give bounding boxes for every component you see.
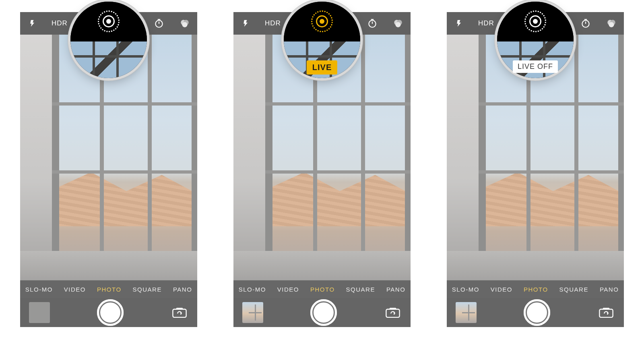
- camera-top-toolbar: HDR: [447, 12, 624, 35]
- mode-square[interactable]: SQUARE: [559, 286, 588, 293]
- phone-screen-3: HDR: [447, 12, 624, 327]
- mode-slo-mo[interactable]: SLO-MO: [239, 286, 266, 293]
- svg-point-5: [369, 20, 376, 27]
- hdr-toggle[interactable]: HDR: [52, 19, 68, 27]
- switch-camera-icon[interactable]: [597, 305, 615, 320]
- camera-bottom-toolbar: [233, 298, 411, 327]
- phone-screen-1: HDR: [20, 12, 197, 327]
- flash-icon[interactable]: [26, 17, 39, 30]
- mode-photo[interactable]: PHOTO: [97, 286, 122, 293]
- svg-point-8: [396, 22, 401, 27]
- live-badge: LIVE: [307, 60, 337, 75]
- hdr-toggle[interactable]: HDR: [478, 19, 494, 27]
- filters-icon[interactable]: [391, 17, 405, 30]
- camera-top-toolbar: HDR: [20, 12, 197, 35]
- timer-icon[interactable]: [579, 17, 592, 30]
- mode-slo-mo[interactable]: SLO-MO: [25, 286, 53, 293]
- live-off-badge: LIVE OFF: [513, 60, 558, 73]
- camera-top-toolbar: HDR: [233, 12, 411, 35]
- phone-screen-2: HDR: [233, 12, 411, 327]
- camera-bottom-toolbar: [20, 298, 197, 327]
- timer-icon[interactable]: [152, 17, 166, 30]
- svg-point-3: [182, 22, 188, 27]
- mode-video[interactable]: VIDEO: [277, 286, 299, 293]
- mode-photo[interactable]: PHOTO: [310, 286, 335, 293]
- camera-mode-selector[interactable]: SLO-MO VIDEO PHOTO SQUARE PANO: [20, 280, 197, 298]
- switch-camera-icon[interactable]: [171, 305, 188, 320]
- shutter-button[interactable]: [524, 299, 550, 326]
- last-photo-thumbnail[interactable]: [242, 302, 263, 323]
- camera-mode-selector[interactable]: SLO-MO VIDEO PHOTO SQUARE PANO: [233, 280, 411, 298]
- hdr-toggle[interactable]: HDR: [265, 19, 281, 27]
- mode-video[interactable]: VIDEO: [64, 286, 86, 293]
- flash-icon[interactable]: [239, 17, 253, 30]
- mode-square[interactable]: SQUARE: [346, 286, 375, 293]
- flash-icon[interactable]: [452, 17, 466, 30]
- shutter-button[interactable]: [97, 299, 124, 326]
- mode-square[interactable]: SQUARE: [133, 286, 162, 293]
- live-photo-toggle[interactable]: [103, 17, 117, 30]
- mode-pano[interactable]: PANO: [386, 286, 405, 293]
- shutter-button[interactable]: [310, 299, 337, 326]
- mode-photo[interactable]: PHOTO: [524, 286, 548, 293]
- camera-bottom-toolbar: [447, 298, 624, 327]
- filters-icon[interactable]: [605, 17, 618, 30]
- switch-camera-icon[interactable]: [384, 305, 402, 320]
- svg-point-0: [155, 20, 162, 27]
- last-photo-thumbnail[interactable]: [456, 302, 477, 323]
- camera-mode-selector[interactable]: SLO-MO VIDEO PHOTO SQUARE PANO: [447, 280, 624, 298]
- mode-slo-mo[interactable]: SLO-MO: [452, 286, 479, 293]
- timer-icon[interactable]: [365, 17, 379, 30]
- last-photo-thumbnail[interactable]: [29, 302, 50, 323]
- svg-rect-4: [173, 309, 186, 317]
- tutorial-screens-row: HDR: [0, 0, 644, 327]
- camera-viewfinder[interactable]: [20, 35, 197, 280]
- svg-rect-9: [386, 309, 399, 317]
- mode-video[interactable]: VIDEO: [491, 286, 512, 293]
- svg-point-13: [609, 22, 614, 27]
- live-photo-toggle[interactable]: [530, 17, 543, 30]
- svg-point-10: [582, 20, 589, 27]
- svg-rect-14: [599, 309, 613, 317]
- mode-pano[interactable]: PANO: [600, 286, 619, 293]
- filters-icon[interactable]: [178, 17, 192, 30]
- mode-pano[interactable]: PANO: [173, 286, 192, 293]
- live-photo-toggle[interactable]: [316, 17, 330, 30]
